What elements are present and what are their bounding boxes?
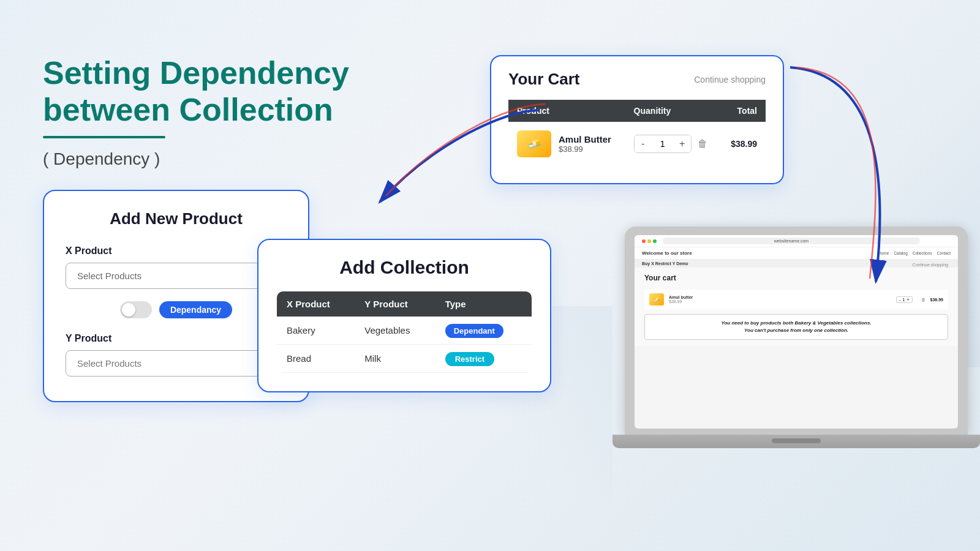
- collection-row-1: Bakery Vegetables Dependant: [277, 317, 532, 345]
- screen-browser-nav: websitename.com: [635, 235, 958, 247]
- screen-item-name: Amul butter $38.99: [669, 295, 891, 304]
- continue-shopping-link[interactable]: Continue shopping: [694, 75, 766, 84]
- row2-x: Bread: [277, 345, 355, 373]
- title-underline: [43, 136, 165, 138]
- main-title: Setting Dependency between Collection: [43, 55, 361, 129]
- y-product-label: Y Product: [66, 333, 287, 344]
- cart-row-1: 🧈 Amul Butter $38.99 - +: [508, 122, 766, 166]
- row1-y: Vegetables: [355, 317, 435, 345]
- nav-catalog[interactable]: Catalog: [894, 251, 907, 255]
- x-product-field: X Product Select Products ❮: [66, 246, 287, 289]
- quantity-input[interactable]: [652, 139, 674, 149]
- qty-decrease-button[interactable]: -: [635, 135, 652, 152]
- row2-type: Restrict: [435, 345, 532, 373]
- screen-message-box: You need to buy products both Bakery & V…: [644, 314, 948, 340]
- x-product-select-wrapper: Select Products ❮: [66, 263, 287, 289]
- product-info: 🧈 Amul Butter $38.99: [517, 130, 617, 157]
- add-product-card-title: Add New Product: [66, 209, 287, 228]
- cart-title: Your Cart: [508, 70, 580, 89]
- screen-store-name: Welcome to our store: [642, 250, 692, 256]
- dependency-toggle[interactable]: [120, 301, 152, 318]
- cart-qty-cell: - + 🗑: [625, 122, 720, 166]
- row1-type: Dependant: [435, 317, 532, 345]
- dependency-badge: Dependancy: [159, 301, 232, 318]
- minimize-dot: [647, 239, 651, 243]
- screen-cart-title: Your cart: [644, 274, 676, 282]
- collection-table: X Product Y Product Type Bakery Vegetabl…: [277, 291, 532, 373]
- title-section: Setting Dependency between Collection ( …: [43, 55, 361, 169]
- row2-y: Milk: [355, 345, 435, 373]
- product-name: Amul Butter: [559, 134, 611, 144]
- cart-col-qty: Quanitity: [625, 100, 720, 122]
- add-collection-card: Add Collection X Product Y Product Type …: [257, 239, 551, 392]
- screen-delete-icon[interactable]: 🗑: [921, 298, 925, 302]
- cart-col-total: Total: [720, 100, 766, 122]
- dependant-badge: Dependant: [445, 324, 503, 338]
- cart-header: Your Cart Continue shopping: [508, 70, 766, 89]
- screen-nav-links: Home Catalog Collections Contact: [878, 251, 951, 255]
- subtitle: ( Dependency ): [43, 149, 361, 169]
- y-product-input[interactable]: [66, 350, 287, 377]
- screen-store-header: Welcome to our store Home Catalog Collec…: [635, 247, 958, 260]
- demo-title-bar: Buy X Restrict Y Demo: [635, 260, 958, 268]
- col-header-y: Y Product: [355, 291, 435, 317]
- screen-total-price: $38.99: [930, 298, 943, 302]
- y-product-field: Y Product: [66, 333, 287, 377]
- nav-collections[interactable]: Collections: [913, 251, 932, 255]
- x-product-select[interactable]: Select Products: [66, 263, 287, 289]
- url-bar[interactable]: websitename.com: [663, 238, 920, 244]
- delete-item-icon[interactable]: 🗑: [698, 138, 707, 149]
- dependency-toggle-row: Dependancy: [66, 301, 287, 318]
- product-image: 🧈: [517, 130, 551, 157]
- maximize-dot: [653, 239, 657, 243]
- cart-col-product: Product: [508, 100, 625, 122]
- screen-qty-control[interactable]: - 1 +: [896, 296, 912, 303]
- screen-item-image: 🧈: [649, 293, 664, 305]
- laptop-base: [612, 435, 980, 448]
- screen-cart-item: 🧈 Amul butter $38.99 - 1 + 🗑 $38.99: [644, 290, 948, 309]
- cart-table: Product Quanitity Total 🧈 Amul Butter $3…: [508, 100, 766, 166]
- laptop-body: websitename.com Welcome to our store Hom…: [625, 227, 968, 435]
- row1-x: Bakery: [277, 317, 355, 345]
- quantity-control: - +: [634, 135, 692, 153]
- product-name-cell: Amul Butter $38.99: [559, 134, 611, 154]
- nav-contact[interactable]: Contact: [937, 251, 951, 255]
- screen-continue-link[interactable]: Continue shopping: [913, 263, 948, 267]
- cart-card: Your Cart Continue shopping Product Quan…: [490, 55, 784, 184]
- cart-total-cell: $38.99: [720, 122, 766, 166]
- quantity-wrapper: - + 🗑: [634, 135, 712, 153]
- laptop-mockup: websitename.com Welcome to our store Hom…: [625, 227, 980, 490]
- screen-body: Your cart Continue shopping 🧈 Amul butte…: [635, 268, 958, 346]
- restrict-badge: Restrict: [445, 352, 494, 366]
- col-header-x: X Product: [277, 291, 355, 317]
- product-unit-price: $38.99: [559, 144, 611, 154]
- x-product-label: X Product: [66, 246, 287, 257]
- laptop-screen: websitename.com Welcome to our store Hom…: [635, 235, 958, 429]
- qty-increase-button[interactable]: +: [674, 135, 691, 152]
- cart-product-cell: 🧈 Amul Butter $38.99: [508, 122, 625, 166]
- col-header-type: Type: [435, 291, 532, 317]
- nav-home[interactable]: Home: [878, 251, 889, 255]
- demo-title: Buy X Restrict Y Demo: [642, 261, 688, 266]
- browser-dots: [642, 239, 657, 243]
- add-collection-card-title: Add Collection: [277, 257, 532, 278]
- collection-row-2: Bread Milk Restrict: [277, 345, 532, 373]
- close-dot: [642, 239, 646, 243]
